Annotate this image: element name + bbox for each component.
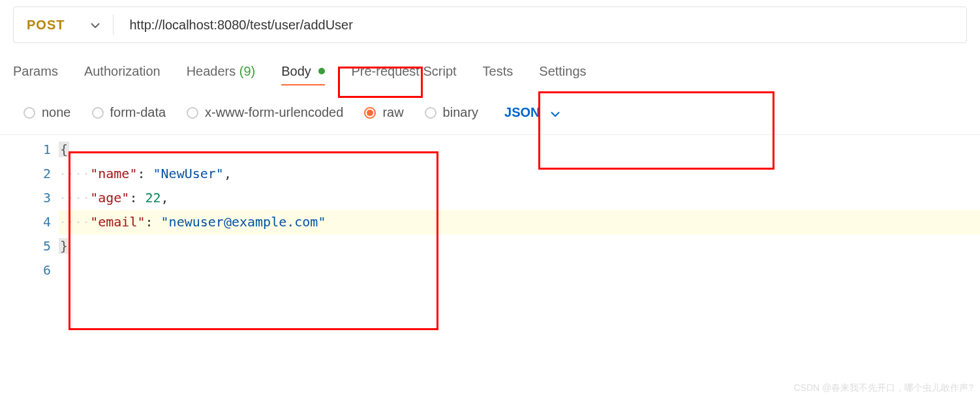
body-type-form-data-label: form-data	[110, 105, 166, 120]
body-type-none[interactable]: none	[23, 105, 71, 120]
tab-authorization[interactable]: Authorization	[84, 64, 161, 84]
radio-icon	[92, 107, 104, 119]
chevron-down-icon	[551, 105, 560, 120]
line-number: 5	[0, 234, 51, 258]
http-method-select[interactable]: POST	[14, 7, 113, 42]
tab-settings[interactable]: Settings	[539, 64, 586, 84]
body-type-binary-label: binary	[443, 105, 478, 120]
body-type-urlencoded[interactable]: x-www-form-urlencoded	[187, 105, 343, 120]
tab-body[interactable]: Body	[281, 64, 325, 84]
line-number: 6	[0, 258, 51, 283]
radio-icon	[425, 107, 436, 119]
tab-tests[interactable]: Tests	[483, 64, 513, 84]
code-line: ····"email": "newuser@example.com"	[59, 210, 980, 234]
tab-headers[interactable]: Headers (9)	[187, 64, 256, 84]
line-number: 3	[0, 186, 51, 210]
tab-pre-request[interactable]: Pre-request Script	[351, 64, 456, 84]
radio-icon	[364, 107, 376, 119]
line-gutter: 1 2 3 4 5 6	[0, 135, 59, 285]
code-line: ····"age": 22,	[59, 186, 980, 210]
url-input[interactable]	[114, 18, 966, 33]
line-number: 1	[0, 138, 51, 162]
line-number: 2	[0, 162, 51, 186]
body-type-form-data[interactable]: form-data	[92, 105, 166, 120]
body-type-urlencoded-label: x-www-form-urlencoded	[205, 105, 343, 120]
line-number: 4	[0, 210, 51, 234]
code-line: ····"name": "NewUser",	[59, 162, 980, 186]
watermark-text: CSDN @春来我不先开口，哪个虫儿敢作声?	[793, 382, 973, 394]
code-line: {	[59, 138, 980, 162]
body-format-label: JSON	[504, 105, 540, 120]
body-type-options: none form-data x-www-form-urlencoded raw…	[0, 96, 980, 132]
radio-icon	[23, 107, 35, 119]
tab-body-label: Body	[281, 64, 311, 78]
tab-params[interactable]: Params	[13, 64, 58, 84]
body-type-raw[interactable]: raw	[364, 105, 403, 120]
chevron-down-icon	[91, 19, 100, 31]
tab-headers-label: Headers	[187, 64, 236, 78]
code-content[interactable]: { ····"name": "NewUser", ····"age": 22, …	[59, 135, 980, 285]
headers-count: (9)	[239, 64, 255, 78]
body-type-binary[interactable]: binary	[425, 105, 478, 120]
body-active-dot-icon	[318, 68, 325, 74]
body-format-select[interactable]: JSON	[504, 105, 559, 120]
http-method-label: POST	[27, 18, 65, 33]
code-line	[59, 258, 980, 283]
code-editor[interactable]: 1 2 3 4 5 6 { ····"name": "NewUser", ···…	[0, 134, 980, 285]
request-tabs: Params Authorization Headers (9) Body Pr…	[0, 43, 980, 96]
body-type-raw-label: raw	[382, 105, 403, 120]
body-type-none-label: none	[42, 105, 71, 120]
code-line: }	[59, 234, 980, 258]
request-url-bar: POST	[13, 7, 967, 43]
radio-icon	[187, 107, 198, 119]
